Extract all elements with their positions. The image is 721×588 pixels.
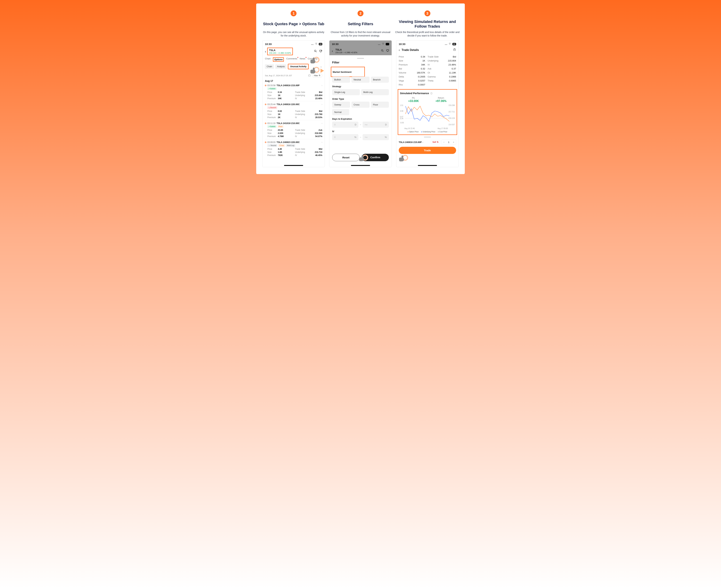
pl-value: +33.00K bbox=[408, 100, 419, 103]
tab-chart[interactable]: Chart bbox=[265, 57, 271, 62]
search-icon[interactable] bbox=[314, 49, 317, 54]
detail-key: Rho bbox=[399, 83, 408, 86]
ticker-pct: +0.92% bbox=[284, 52, 291, 54]
entry-tag: Cross bbox=[278, 144, 285, 147]
filter-section-order-type: Order Type bbox=[332, 98, 389, 100]
ticker-symbol: TSLA bbox=[269, 49, 291, 51]
signal-icon: .... bbox=[445, 43, 447, 45]
filter-sheet-title: Filter bbox=[332, 61, 389, 64]
entry-time: 03:25:44 bbox=[267, 103, 276, 106]
filter-sheet: Filter Market Sentiment Bullish Neutral … bbox=[329, 56, 392, 164]
side-toggle[interactable]: Sell ⇅ bbox=[431, 140, 440, 144]
filter-opt-normal[interactable]: Normal bbox=[332, 109, 349, 115]
sheet-drag-handle[interactable] bbox=[357, 58, 364, 59]
entry-tag: ↗ Bullish bbox=[267, 125, 276, 128]
filter-opt-single-leg[interactable]: Single-Leg bbox=[332, 89, 360, 95]
chevron-right-icon[interactable]: › bbox=[322, 141, 322, 144]
filter-opt-floor[interactable]: Floor bbox=[371, 102, 389, 108]
iv-from-input[interactable]: 0% bbox=[332, 134, 358, 140]
iv-to-input[interactable]: +∞% bbox=[363, 134, 389, 140]
col-1-desc: On this page, you can see all the unusua… bbox=[261, 30, 326, 38]
tab-comments[interactable]: Comments bbox=[286, 57, 297, 62]
detail-key: Vega bbox=[399, 79, 408, 82]
filter-button[interactable]: Filter ⇅ bbox=[312, 74, 322, 78]
back-button[interactable]: ‹ bbox=[399, 48, 400, 52]
theme-toggle-icon[interactable]: ☼ bbox=[320, 65, 322, 68]
detail-value: -0.0007 bbox=[410, 83, 425, 86]
info-icon[interactable]: ⓘ bbox=[430, 92, 433, 95]
signal-icon: .... bbox=[311, 43, 314, 45]
quantity-stepper[interactable]: − 1 + bbox=[441, 140, 456, 145]
col-1-title: Stock Quotes Page > Options Tab bbox=[263, 19, 324, 29]
detail-key: Price bbox=[399, 56, 408, 58]
chevron-right-icon[interactable]: › bbox=[322, 122, 322, 125]
trade-details-title: Trade Details bbox=[402, 48, 419, 51]
filter-opt-bearish[interactable]: Bearish bbox=[371, 77, 389, 83]
qty-decrement[interactable]: − bbox=[442, 140, 446, 145]
ticker-header[interactable]: TSLA 216.120 ↑ +1.980 +0.92% bbox=[267, 48, 293, 55]
chevron-right-icon[interactable]: › bbox=[322, 84, 322, 87]
step-badge-3: 3 bbox=[424, 10, 430, 16]
search-icon[interactable] bbox=[381, 49, 384, 53]
filter-opt-neutral[interactable]: Neutral bbox=[352, 77, 369, 83]
tab-options[interactable]: Options bbox=[273, 57, 284, 62]
detail-key: Volume bbox=[399, 71, 408, 74]
share-icon[interactable] bbox=[453, 48, 456, 52]
detail-value: Bid bbox=[441, 56, 456, 58]
order-contract[interactable]: TSLA 240816 215.00P › bbox=[399, 141, 423, 144]
filter-opt-cross[interactable]: Cross bbox=[352, 102, 369, 108]
battery-icon: 83 bbox=[386, 43, 389, 45]
subtab-unusual-activity[interactable]: Unusual Activity bbox=[288, 64, 309, 69]
favorite-icon[interactable] bbox=[319, 49, 322, 54]
confirm-button[interactable]: Confirm bbox=[362, 154, 389, 161]
sim-title: Simulated Performance bbox=[400, 92, 429, 95]
filter-section-dte: Days to Expiration bbox=[332, 118, 389, 120]
subtab-chain[interactable]: Chain bbox=[265, 64, 274, 69]
phone-screenshot-1: 10:33 .... 83 ‹ TSL bbox=[262, 40, 325, 167]
back-button[interactable]: ‹ bbox=[265, 49, 266, 54]
svg-point-0 bbox=[315, 50, 316, 51]
activity-entry[interactable]: 03:09:03 TSLA 240823 220.00C › → Neutral… bbox=[265, 139, 322, 158]
chevron-right-icon[interactable]: › bbox=[322, 103, 322, 106]
alert-icon[interactable] bbox=[308, 74, 311, 77]
step-badge-2: 2 bbox=[358, 10, 363, 16]
battery-icon: 83 bbox=[453, 43, 456, 45]
detail-key bbox=[427, 83, 439, 86]
detail-key: Premium bbox=[399, 63, 408, 66]
status-time: 10:33 bbox=[332, 43, 338, 45]
detail-key: Ask bbox=[427, 67, 439, 70]
filter-opt-multi-leg[interactable]: Multi-Leg bbox=[361, 89, 389, 95]
entry-tag: Floor bbox=[278, 125, 284, 128]
qty-increment[interactable]: + bbox=[452, 140, 456, 145]
dte-from-input[interactable]: 0D bbox=[332, 122, 358, 128]
activity-entry[interactable]: 03:33:58 TSLA 240816 215.00P › ↗ Bullish… bbox=[265, 82, 322, 101]
tab-company[interactable]: Company bbox=[308, 57, 318, 62]
detail-key: OI bbox=[427, 71, 439, 74]
entry-time: 03:09:03 bbox=[267, 141, 276, 144]
reset-button[interactable]: Reset bbox=[332, 154, 360, 161]
entry-contract: TSLA 240823 220.00C bbox=[277, 141, 300, 144]
wifi-icon bbox=[448, 42, 452, 46]
ticker-header[interactable]: TSLA 216.120 ↑ +1.980 +0.92% bbox=[334, 48, 359, 54]
trade-button[interactable]: Trade bbox=[399, 147, 456, 154]
activity-entry[interactable]: 03:25:44 TSLA 240816 220.00C › ↘ Bearish… bbox=[265, 101, 322, 120]
tutorial-hand-icon bbox=[398, 154, 410, 163]
filter-opt-sweep[interactable]: Sweep bbox=[332, 102, 350, 108]
simulated-performance-chart: 1.51 0.99 0.47 0.34 -0.05 219.298 217.71… bbox=[400, 104, 455, 127]
trade-details-grid: Price 0.34 Trade Side Bid Size 1K Underl… bbox=[396, 56, 459, 86]
subtab-analysis[interactable]: Analysis bbox=[275, 64, 287, 69]
return-label: Return bbox=[436, 97, 446, 99]
legend-option-price: Option Price bbox=[407, 131, 419, 133]
pl-label: P/L bbox=[408, 97, 419, 99]
tab-news[interactable]: News bbox=[300, 57, 305, 62]
entry-contract: TSLA 241018 210.00C bbox=[277, 122, 300, 125]
filter-opt-bullish[interactable]: Bullish bbox=[332, 77, 350, 83]
activity-entry[interactable]: 03:11:10 TSLA 241018 210.00C › ↗ Bullish… bbox=[265, 120, 322, 139]
detail-value: 0.32 bbox=[410, 67, 425, 70]
favorite-icon[interactable] bbox=[386, 49, 389, 53]
col-3-desc: Check the theoretical profit and loss de… bbox=[395, 30, 460, 38]
back-button[interactable]: ‹ bbox=[332, 49, 333, 53]
detail-key: Bid bbox=[399, 67, 408, 70]
dte-to-input[interactable]: +∞D bbox=[363, 122, 389, 128]
detail-value: 0.0257 bbox=[410, 79, 425, 82]
